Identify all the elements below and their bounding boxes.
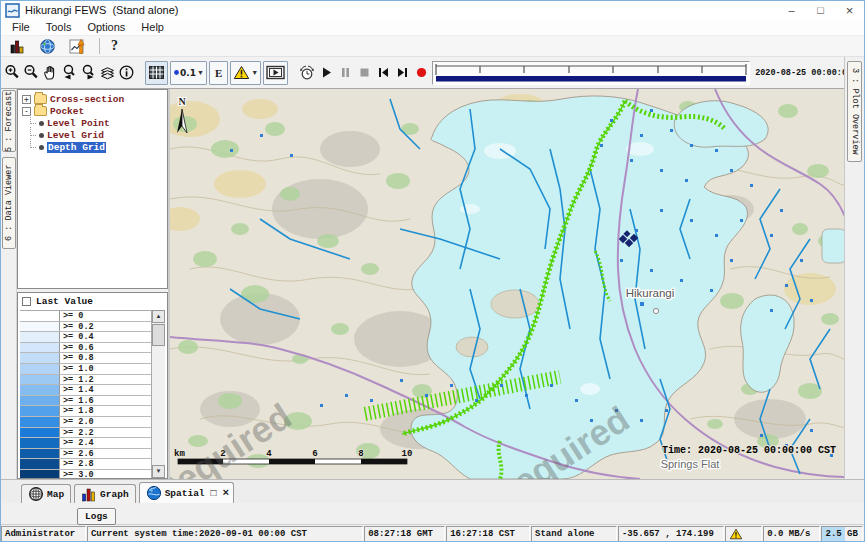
legend-row[interactable]: >= 1.0 xyxy=(20,364,151,375)
legend-row[interactable]: >= 1.8 xyxy=(20,406,151,417)
next-zoom-icon[interactable] xyxy=(80,61,97,85)
menu-tools[interactable]: Tools xyxy=(38,21,80,33)
timeline-slider[interactable] xyxy=(432,61,750,85)
legend-row[interactable]: >= 2.0 xyxy=(20,417,151,428)
legend-row[interactable]: >= 1.4 xyxy=(20,385,151,396)
tree-item-depth-grid[interactable]: Depth Grid xyxy=(18,141,167,153)
tab-6-data-viewer[interactable]: 6 : Data Viewer xyxy=(2,157,16,249)
tab-graph[interactable]: Graph xyxy=(74,484,136,503)
tab-spatial[interactable]: Spatial□× xyxy=(139,482,235,503)
tree-item-level-grid[interactable]: Level Grid xyxy=(18,129,167,141)
bottom-tab-bar: MapGraphSpatial□× xyxy=(1,479,864,503)
close-button[interactable]: × xyxy=(835,1,864,19)
elevation-scale-button[interactable]: E xyxy=(209,61,228,85)
legend-scrollbar[interactable]: ▲ ▼ xyxy=(151,310,165,478)
leaf-bullet-icon xyxy=(39,145,44,150)
timeline-period-bar[interactable] xyxy=(436,76,746,82)
scroll-up-icon[interactable]: ▲ xyxy=(152,310,165,323)
zoom-out-icon[interactable] xyxy=(23,61,40,85)
tab-5-forecast[interactable]: 5 : Forecast xyxy=(2,90,16,152)
legend-row[interactable]: >= 0.2 xyxy=(20,322,151,333)
legend-row[interactable]: >= 0.8 xyxy=(20,353,151,364)
last-value-checkbox[interactable] xyxy=(22,297,31,306)
record-button[interactable] xyxy=(413,61,430,85)
legend-row[interactable]: >= 2.8 xyxy=(20,459,151,470)
zoom-in-icon[interactable] xyxy=(4,61,21,85)
layers-icon[interactable] xyxy=(99,61,116,85)
legend-label: >= 1.0 xyxy=(60,364,151,374)
timeseries-dialog-icon[interactable] xyxy=(66,34,88,58)
legend-swatch xyxy=(20,311,60,321)
legend-panel: Last Value >= 0>= 0.2>= 0.4>= 0.6>= 0.8>… xyxy=(17,292,168,479)
status-systime: Current system time:2020-09-01 00:00 CST xyxy=(87,526,363,542)
legend-row[interactable]: >= 0 xyxy=(20,311,151,322)
logs-panel-icon[interactable] xyxy=(6,34,28,58)
tree-item-pocket[interactable]: -Pocket xyxy=(18,105,167,117)
legend-row[interactable]: >= 2.4 xyxy=(20,438,151,449)
menu-file[interactable]: File xyxy=(4,21,38,33)
legend-row[interactable]: >= 2.2 xyxy=(20,428,151,439)
tree-item-level-point[interactable]: Level Point xyxy=(18,117,167,129)
legend-swatch xyxy=(20,438,60,448)
previous-zoom-icon[interactable] xyxy=(61,61,78,85)
skip-to-start-button[interactable] xyxy=(375,61,392,85)
map-globe-icon xyxy=(28,486,44,502)
town-marker xyxy=(653,308,658,313)
warning-icon xyxy=(233,65,250,80)
title-bar[interactable]: Hikurangi FEWS (Stand alone) – □ × xyxy=(1,1,864,19)
tab-plot-overview[interactable]: 3 : Plot Overview xyxy=(847,61,862,162)
grid-display-button[interactable] xyxy=(145,61,168,85)
panel-maximize-button[interactable]: □ xyxy=(211,488,217,499)
menu-options[interactable]: Options xyxy=(79,21,133,33)
logs-row: Logs xyxy=(1,503,864,524)
legend-swatch xyxy=(20,375,60,385)
stop-button[interactable] xyxy=(356,61,373,85)
menu-help[interactable]: Help xyxy=(133,21,172,33)
legend-row[interactable]: >= 0.6 xyxy=(20,343,151,354)
play-button[interactable] xyxy=(318,61,335,85)
explorer-tree[interactable]: +Cross-section-PocketLevel PointLevel Gr… xyxy=(17,89,168,289)
warning-overlay-dropdown[interactable]: ▼ xyxy=(230,61,261,85)
tab-map[interactable]: Map xyxy=(21,484,71,503)
logs-button[interactable]: Logs xyxy=(77,508,116,525)
tree-guide xyxy=(22,141,36,153)
help-button[interactable]: ? xyxy=(111,38,118,54)
maximize-button[interactable]: □ xyxy=(806,1,835,19)
legend-row[interactable]: >= 3.0 xyxy=(20,470,151,478)
legend-label: >= 0.2 xyxy=(60,322,151,332)
scroll-down-icon[interactable]: ▼ xyxy=(152,465,165,478)
pause-button[interactable] xyxy=(337,61,354,85)
map-canvas[interactable]: Hikurangi Springs Flat Time: 2020-08-25 … xyxy=(170,89,844,479)
animation-player-button[interactable] xyxy=(263,61,288,85)
tree-item-label: Cross-section xyxy=(50,94,124,105)
legend-swatch xyxy=(20,417,60,427)
status-bar: AdministratorCurrent system time:2020-09… xyxy=(1,524,864,542)
tree-expander-icon[interactable]: + xyxy=(22,95,31,104)
legend-row[interactable]: >= 0.4 xyxy=(20,332,151,343)
legend-swatch xyxy=(20,332,60,342)
legend-row[interactable]: >= 1.6 xyxy=(20,396,151,407)
scroll-thumb[interactable] xyxy=(152,324,165,346)
warning-icon xyxy=(729,528,743,540)
status-memory: 2.5 GB xyxy=(821,526,863,542)
map-viewport[interactable]: Hikurangi Springs Flat Time: 2020-08-25 … xyxy=(170,89,844,479)
animation-settings-icon[interactable] xyxy=(298,61,316,85)
minimize-button[interactable]: – xyxy=(777,1,806,19)
legend-row[interactable]: >= 1.2 xyxy=(20,375,151,386)
legend-label: >= 1.4 xyxy=(60,385,151,395)
status-alerts[interactable] xyxy=(725,526,763,542)
map-display-icon[interactable] xyxy=(36,34,58,58)
tree-item-label: Pocket xyxy=(50,106,84,117)
contour-interval-dropdown[interactable]: 0.1▼ xyxy=(170,61,207,85)
info-icon[interactable] xyxy=(118,61,135,85)
legend-label: >= 3.0 xyxy=(60,470,151,478)
legend-label: >= 2.2 xyxy=(60,428,151,438)
skip-to-end-button[interactable] xyxy=(394,61,411,85)
leaf-bullet-icon xyxy=(39,121,44,126)
tree-item-label: Level Grid xyxy=(47,130,104,141)
toolbar-separator xyxy=(99,38,100,54)
legend-swatch xyxy=(20,364,60,374)
panel-close-button[interactable]: × xyxy=(223,487,230,499)
legend-row[interactable]: >= 2.6 xyxy=(20,449,151,460)
pan-hand-icon[interactable] xyxy=(42,61,59,85)
